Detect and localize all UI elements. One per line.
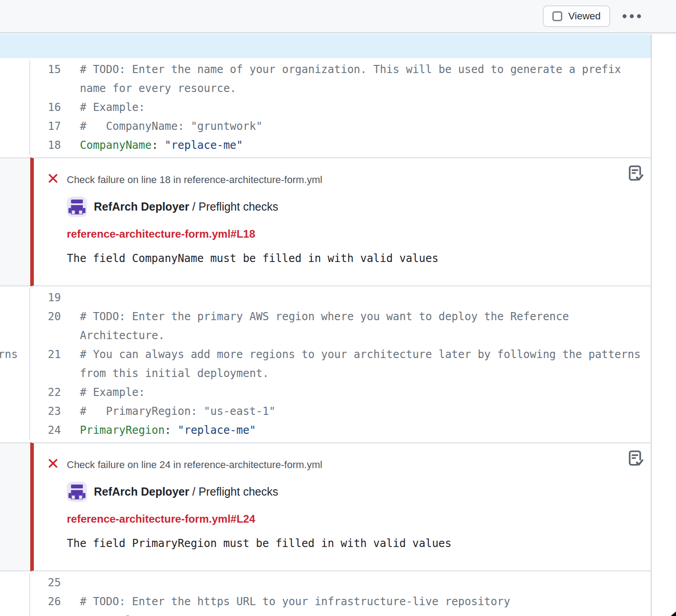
line-number[interactable]: 26 [30,592,68,611]
code-chunk: 25 26# TODO: Enter the https URL to your… [0,571,651,616]
left-pane [0,136,30,155]
check-failure-x-icon [47,173,59,187]
annotation-title: Check failure on line 18 in reference-ar… [67,174,322,186]
yaml-comment: # You can always add more regions to you… [80,348,647,380]
code-line: 16# Example: [0,98,651,117]
annotation-file-link[interactable]: reference-architecture-form.yml#L24 [67,513,255,525]
code-line: 15# TODO: Enter the name of your organiz… [0,60,651,98]
tasklist-icon-button[interactable] [625,448,645,470]
code-text: PrimaryRegion: "replace-me" [68,421,651,440]
left-pane [0,117,30,136]
left-pane [0,573,30,592]
line-number[interactable]: 15 [30,60,68,79]
code-text: # TODO: Enter the name of your organizat… [68,60,651,98]
annotation-app-row: RefArch Deployer / Preflight checks [67,197,624,217]
mouse-cursor [670,611,676,616]
code-text: # TODO: Enter the https URL to your infr… [68,592,651,611]
code-line: 22# Example: [0,383,651,402]
code-text: # Example: [68,611,651,616]
left-pane [0,98,30,117]
code-text [68,573,651,592]
code-text: # Example: [68,98,651,117]
check-app-name: RefArch Deployer [94,485,189,498]
annotation-left-gutter [0,157,30,286]
left-pane: rns [0,345,30,383]
left-pane [0,611,30,616]
check-name: / Preflight checks [189,485,278,498]
check-app-name: RefArch Deployer [94,200,189,213]
code-line: 24PrimaryRegion: "replace-me" [0,421,651,440]
code-text: # TODO: Enter the primary AWS region whe… [68,307,651,345]
code-text: # You can always add more regions to you… [68,345,651,383]
check-app-avatar [67,482,87,502]
yaml-colon: : [165,424,171,437]
yaml-comment: # TODO: Enter the https URL to your infr… [80,595,510,608]
check-failure-x-icon [47,458,59,472]
left-pane [0,60,30,98]
check-annotation-row: Check failure on line 18 in reference-ar… [0,157,651,286]
annotation-message: The field PrimaryRegion must be filled i… [67,537,624,550]
annotation-left-gutter [0,442,30,571]
line-number[interactable]: 18 [30,136,68,155]
check-name: / Preflight checks [189,200,278,213]
viewed-label: Viewed [568,10,601,22]
line-number[interactable]: 19 [30,288,68,307]
code-line: 18CompanyName: "replace-me" [0,136,651,155]
code-line: 25 [0,573,651,592]
yaml-comment: # TODO: Enter the primary AWS region whe… [80,310,575,342]
diff-table: 15# TODO: Enter the name of your organiz… [0,34,652,616]
code-line: 19 [0,288,651,307]
line-number[interactable]: 16 [30,98,68,117]
yaml-comment: # Example: [80,101,145,114]
code-line: 23# PrimaryRegion: "us-east-1" [0,402,651,421]
hunk-header-row[interactable] [0,34,651,58]
yaml-key: CompanyName [80,139,152,152]
line-number[interactable]: 27 [30,611,68,616]
annotation-message: The field CompanyName must be filled in … [67,252,624,265]
annotation-title: Check failure on line 24 in reference-ar… [67,459,322,471]
code-text: # PrimaryRegion: "us-east-1" [68,402,651,421]
left-pane [0,592,30,611]
code-text: CompanyName: "replace-me" [68,136,651,155]
viewed-button[interactable]: Viewed [543,5,610,27]
left-pane [0,383,30,402]
page: Viewed 15# TODO: Enter the name of your … [0,0,676,616]
viewed-checkbox[interactable] [552,11,562,21]
yaml-comment: # TODO: Enter the name of your organizat… [80,63,628,95]
code-line: 27# Example: [0,611,651,616]
line-number[interactable]: 23 [30,402,68,421]
yaml-comment: # PrimaryRegion: "us-east-1" [80,405,275,418]
code-text: # Example: [68,383,651,402]
left-pane [0,421,30,440]
line-number[interactable]: 22 [30,383,68,402]
line-number[interactable]: 17 [30,117,68,136]
left-pane-fragment: rns [0,345,18,364]
line-number[interactable]: 24 [30,421,68,440]
line-number[interactable]: 25 [30,573,68,592]
left-pane [0,402,30,421]
yaml-key: PrimaryRegion [80,424,165,437]
tasklist-icon [626,176,644,183]
file-header: Viewed [0,0,676,33]
tasklist-icon-button[interactable] [625,163,645,185]
yaml-colon: : [152,139,158,152]
check-annotation-row: Check failure on line 24 in reference-ar… [0,442,651,571]
yaml-comment: # Example: [80,614,145,616]
annotation-file-link[interactable]: reference-architecture-form.yml#L18 [67,228,255,240]
check-annotation: Check failure on line 24 in reference-ar… [30,442,651,571]
annotation-app-row: RefArch Deployer / Preflight checks [67,482,624,502]
tasklist-icon [626,461,644,468]
line-number[interactable]: 21 [30,345,68,364]
check-annotation: Check failure on line 18 in reference-ar… [30,157,651,286]
yaml-comment: # CompanyName: "gruntwork" [80,120,263,133]
more-options-button[interactable] [620,10,644,23]
annotation-header: Check failure on line 18 in reference-ar… [47,173,624,187]
line-number[interactable]: 20 [30,307,68,326]
yaml-string-value: "replace-me" [165,139,243,152]
code-line: 17# CompanyName: "gruntwork" [0,117,651,136]
code-line: 20# TODO: Enter the primary AWS region w… [0,307,651,345]
left-pane [0,307,30,345]
yaml-string-value: "replace-me" [178,424,256,437]
left-pane [0,288,30,307]
code-line: 26# TODO: Enter the https URL to your in… [0,592,651,611]
